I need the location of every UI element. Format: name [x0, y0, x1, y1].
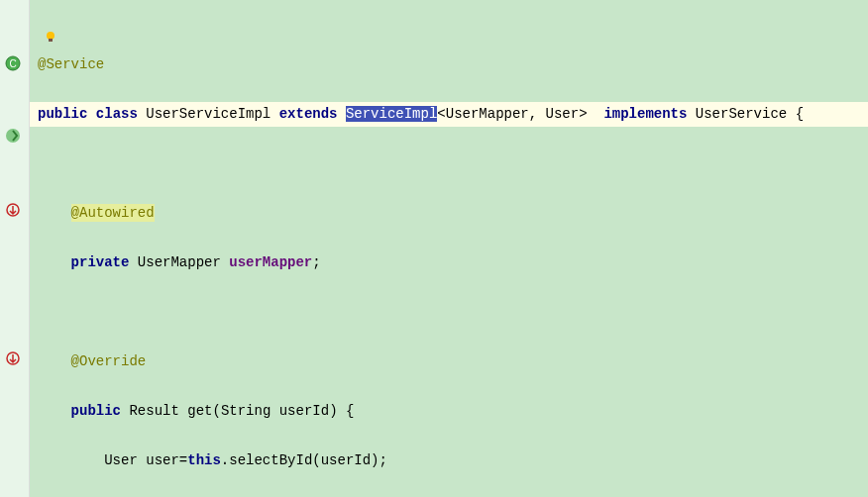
- param-name: userId: [279, 403, 329, 419]
- type-ref: UserService: [696, 106, 787, 122]
- override-gutter-icon[interactable]: [4, 349, 22, 367]
- svg-text:C: C: [9, 58, 16, 69]
- svg-rect-6: [49, 39, 53, 42]
- type-ref: String: [221, 403, 271, 419]
- keyword-class: class: [96, 106, 138, 122]
- class-gutter-icon[interactable]: C: [4, 54, 22, 72]
- annotation-autowired: @Autowired: [71, 204, 155, 222]
- type-ref: UserMapper: [446, 106, 529, 122]
- code-line[interactable]: @Autowired: [30, 201, 868, 226]
- type-ref: UserMapper: [138, 254, 221, 270]
- code-line[interactable]: @Override: [30, 349, 868, 374]
- code-line[interactable]: [30, 151, 868, 176]
- punct: >: [579, 106, 587, 122]
- keyword-private: private: [71, 254, 130, 270]
- type-ref: User: [546, 106, 580, 122]
- code-line[interactable]: public Result get(String userId) {: [30, 399, 868, 424]
- punct: ,: [529, 106, 546, 122]
- keyword-implements: implements: [603, 106, 687, 122]
- code-line[interactable]: private UserMapper userMapper;: [30, 250, 868, 275]
- punct: <: [437, 106, 445, 122]
- annotation: @Service: [38, 56, 104, 72]
- field-name: userMapper: [229, 254, 312, 270]
- code-editor[interactable]: @Service public class UserServiceImpl ex…: [30, 0, 868, 497]
- punct: .: [221, 452, 229, 468]
- keyword-public: public: [71, 403, 121, 419]
- var-name: user: [146, 452, 179, 468]
- override-gutter-icon[interactable]: [4, 201, 22, 219]
- keyword-public: public: [38, 106, 87, 122]
- selected-text: ServiceImpl: [346, 106, 437, 122]
- code-line[interactable]: @Service: [30, 52, 868, 77]
- keyword-extends: extends: [279, 106, 338, 122]
- implements-gutter-icon[interactable]: [4, 127, 22, 145]
- editor-gutter: C: [0, 0, 30, 497]
- annotation-override: @Override: [71, 353, 147, 369]
- punct: ;: [312, 254, 320, 270]
- code-line[interactable]: [30, 300, 868, 325]
- type-ref: User: [104, 452, 138, 468]
- lightbulb-icon[interactable]: [45, 31, 56, 43]
- svg-point-5: [47, 32, 54, 40]
- type-ref: Result: [129, 403, 178, 419]
- method-name: get: [187, 403, 212, 419]
- punct: (: [312, 452, 320, 468]
- punct: ;: [380, 452, 387, 468]
- punct: (: [212, 403, 220, 419]
- code-line[interactable]: User user=this.selectById(userId);: [30, 448, 868, 473]
- keyword-this: this: [187, 452, 221, 468]
- class-name: UserServiceImpl: [146, 106, 271, 122]
- method-call: selectById: [229, 452, 312, 468]
- code-line-current[interactable]: public class UserServiceImpl extends Ser…: [30, 102, 868, 127]
- punct: {: [346, 403, 354, 419]
- var-ref: userId: [321, 452, 371, 468]
- punct: =: [179, 452, 187, 468]
- punct: {: [796, 106, 804, 122]
- punct: ): [371, 452, 379, 468]
- punct: ): [329, 403, 337, 419]
